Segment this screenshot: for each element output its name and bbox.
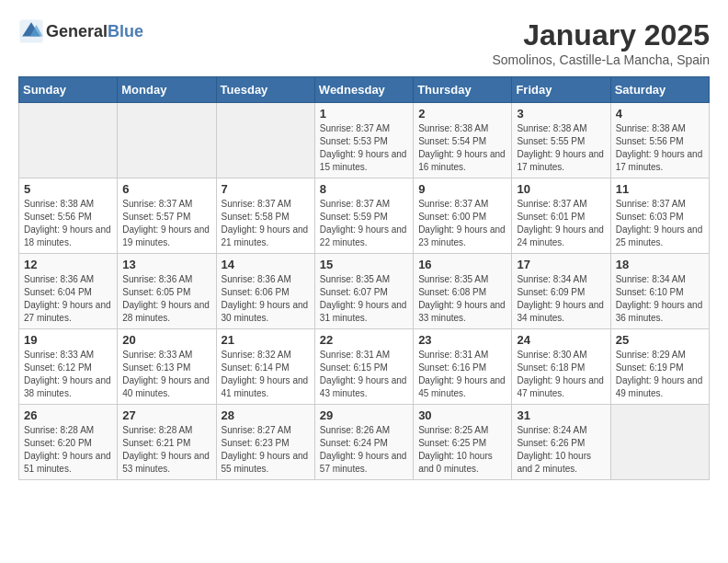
- day-info: Sunrise: 8:26 AM Sunset: 6:24 PM Dayligh…: [320, 424, 408, 476]
- day-number: 16: [418, 258, 506, 271]
- day-number: 9: [418, 182, 506, 196]
- day-info: Sunrise: 8:37 AM Sunset: 5:57 PM Dayligh…: [122, 198, 210, 249]
- logo: GeneralBlue: [18, 18, 143, 44]
- day-info: Sunrise: 8:31 AM Sunset: 6:15 PM Dayligh…: [320, 349, 408, 400]
- day-number: 5: [24, 182, 112, 196]
- day-info: Sunrise: 8:29 AM Sunset: 6:19 PM Dayligh…: [616, 349, 704, 400]
- calendar-title: January 2025: [492, 18, 710, 52]
- calendar-cell: 8Sunrise: 8:37 AM Sunset: 5:59 PM Daylig…: [314, 178, 413, 254]
- calendar-cell: 30Sunrise: 8:25 AM Sunset: 6:25 PM Dayli…: [414, 405, 512, 480]
- calendar-cell: 2Sunrise: 8:38 AM Sunset: 5:54 PM Daylig…: [414, 103, 512, 178]
- day-number: 11: [616, 182, 704, 196]
- day-info: Sunrise: 8:32 AM Sunset: 6:14 PM Dayligh…: [222, 349, 310, 400]
- day-info: Sunrise: 8:37 AM Sunset: 6:00 PM Dayligh…: [418, 198, 506, 249]
- day-info: Sunrise: 8:38 AM Sunset: 5:56 PM Dayligh…: [616, 122, 704, 174]
- logo-blue: Blue: [108, 22, 143, 40]
- day-number: 12: [24, 258, 112, 271]
- calendar-cell: 6Sunrise: 8:37 AM Sunset: 5:57 PM Daylig…: [118, 178, 216, 254]
- calendar-cell: [19, 103, 118, 178]
- day-number: 28: [222, 408, 310, 422]
- calendar-cell: 11Sunrise: 8:37 AM Sunset: 6:03 PM Dayli…: [610, 178, 709, 254]
- weekday-header-saturday: Saturday: [610, 77, 709, 103]
- day-number: 20: [122, 333, 210, 347]
- logo-text: GeneralBlue: [46, 22, 143, 41]
- calendar-cell: 21Sunrise: 8:32 AM Sunset: 6:14 PM Dayli…: [216, 329, 314, 405]
- day-info: Sunrise: 8:34 AM Sunset: 6:10 PM Dayligh…: [616, 273, 704, 325]
- weekday-header-monday: Monday: [118, 77, 216, 103]
- day-number: 25: [616, 333, 704, 347]
- day-info: Sunrise: 8:25 AM Sunset: 6:25 PM Dayligh…: [418, 424, 506, 476]
- day-number: 17: [517, 258, 605, 271]
- day-info: Sunrise: 8:31 AM Sunset: 6:16 PM Dayligh…: [418, 349, 506, 400]
- day-info: Sunrise: 8:37 AM Sunset: 6:01 PM Dayligh…: [517, 198, 605, 249]
- day-info: Sunrise: 8:38 AM Sunset: 5:55 PM Dayligh…: [517, 122, 605, 174]
- day-number: 30: [418, 408, 506, 422]
- calendar-cell: 14Sunrise: 8:36 AM Sunset: 6:06 PM Dayli…: [216, 254, 314, 329]
- day-info: Sunrise: 8:38 AM Sunset: 5:54 PM Dayligh…: [418, 122, 506, 174]
- calendar-cell: 25Sunrise: 8:29 AM Sunset: 6:19 PM Dayli…: [610, 329, 709, 405]
- calendar-cell: [118, 103, 216, 178]
- calendar-cell: 10Sunrise: 8:37 AM Sunset: 6:01 PM Dayli…: [512, 178, 610, 254]
- calendar-cell: 16Sunrise: 8:35 AM Sunset: 6:08 PM Dayli…: [414, 254, 512, 329]
- calendar-cell: 27Sunrise: 8:28 AM Sunset: 6:21 PM Dayli…: [118, 405, 216, 480]
- calendar-cell: 17Sunrise: 8:34 AM Sunset: 6:09 PM Dayli…: [512, 254, 610, 329]
- calendar-table: SundayMondayTuesdayWednesdayThursdayFrid…: [18, 76, 710, 480]
- day-number: 8: [320, 182, 408, 196]
- calendar-cell: 18Sunrise: 8:34 AM Sunset: 6:10 PM Dayli…: [610, 254, 709, 329]
- day-info: Sunrise: 8:37 AM Sunset: 6:03 PM Dayligh…: [616, 198, 704, 249]
- calendar-cell: [610, 405, 709, 480]
- calendar-cell: 23Sunrise: 8:31 AM Sunset: 6:16 PM Dayli…: [414, 329, 512, 405]
- calendar-cell: 20Sunrise: 8:33 AM Sunset: 6:13 PM Dayli…: [118, 329, 216, 405]
- day-number: 29: [320, 408, 408, 422]
- calendar-cell: 3Sunrise: 8:38 AM Sunset: 5:55 PM Daylig…: [512, 103, 610, 178]
- day-info: Sunrise: 8:24 AM Sunset: 6:26 PM Dayligh…: [517, 424, 605, 476]
- day-number: 15: [320, 258, 408, 271]
- day-number: 22: [320, 333, 408, 347]
- calendar-cell: 31Sunrise: 8:24 AM Sunset: 6:26 PM Dayli…: [512, 405, 610, 480]
- day-number: 18: [616, 258, 704, 271]
- logo-icon: [18, 18, 44, 44]
- day-number: 14: [222, 258, 310, 271]
- calendar-week-1: 1Sunrise: 8:37 AM Sunset: 5:53 PM Daylig…: [19, 103, 710, 178]
- weekday-header-thursday: Thursday: [414, 77, 512, 103]
- day-number: 13: [122, 258, 210, 271]
- day-number: 23: [418, 333, 506, 347]
- day-number: 19: [24, 333, 112, 347]
- weekday-header-friday: Friday: [512, 77, 610, 103]
- day-info: Sunrise: 8:34 AM Sunset: 6:09 PM Dayligh…: [517, 273, 605, 325]
- calendar-cell: 9Sunrise: 8:37 AM Sunset: 6:00 PM Daylig…: [414, 178, 512, 254]
- calendar-cell: 15Sunrise: 8:35 AM Sunset: 6:07 PM Dayli…: [314, 254, 413, 329]
- day-number: 31: [517, 408, 605, 422]
- day-number: 6: [122, 182, 210, 196]
- day-number: 21: [222, 333, 310, 347]
- calendar-cell: 13Sunrise: 8:36 AM Sunset: 6:05 PM Dayli…: [118, 254, 216, 329]
- calendar-week-5: 26Sunrise: 8:28 AM Sunset: 6:20 PM Dayli…: [19, 405, 710, 480]
- day-number: 10: [517, 182, 605, 196]
- calendar-cell: 28Sunrise: 8:27 AM Sunset: 6:23 PM Dayli…: [216, 405, 314, 480]
- weekday-header-wednesday: Wednesday: [314, 77, 413, 103]
- day-info: Sunrise: 8:35 AM Sunset: 6:07 PM Dayligh…: [320, 273, 408, 325]
- calendar-cell: 4Sunrise: 8:38 AM Sunset: 5:56 PM Daylig…: [610, 103, 709, 178]
- calendar-cell: 24Sunrise: 8:30 AM Sunset: 6:18 PM Dayli…: [512, 329, 610, 405]
- weekday-header-sunday: Sunday: [19, 77, 118, 103]
- day-info: Sunrise: 8:37 AM Sunset: 5:53 PM Dayligh…: [320, 122, 408, 174]
- calendar-week-3: 12Sunrise: 8:36 AM Sunset: 6:04 PM Dayli…: [19, 254, 710, 329]
- day-info: Sunrise: 8:27 AM Sunset: 6:23 PM Dayligh…: [222, 424, 310, 476]
- calendar-cell: 19Sunrise: 8:33 AM Sunset: 6:12 PM Dayli…: [19, 329, 118, 405]
- day-info: Sunrise: 8:30 AM Sunset: 6:18 PM Dayligh…: [517, 349, 605, 400]
- calendar-week-4: 19Sunrise: 8:33 AM Sunset: 6:12 PM Dayli…: [19, 329, 710, 405]
- day-info: Sunrise: 8:33 AM Sunset: 6:12 PM Dayligh…: [24, 349, 112, 400]
- weekday-header-tuesday: Tuesday: [216, 77, 314, 103]
- day-info: Sunrise: 8:36 AM Sunset: 6:04 PM Dayligh…: [24, 273, 112, 325]
- day-number: 2: [418, 107, 506, 121]
- calendar-cell: 1Sunrise: 8:37 AM Sunset: 5:53 PM Daylig…: [314, 103, 413, 178]
- title-block: January 2025 Somolinos, Castille-La Manc…: [492, 18, 710, 67]
- day-info: Sunrise: 8:28 AM Sunset: 6:21 PM Dayligh…: [122, 424, 210, 476]
- day-info: Sunrise: 8:33 AM Sunset: 6:13 PM Dayligh…: [122, 349, 210, 400]
- calendar-subtitle: Somolinos, Castille-La Mancha, Spain: [492, 52, 710, 67]
- calendar-cell: 12Sunrise: 8:36 AM Sunset: 6:04 PM Dayli…: [19, 254, 118, 329]
- day-info: Sunrise: 8:37 AM Sunset: 5:59 PM Dayligh…: [320, 198, 408, 249]
- calendar-cell: 29Sunrise: 8:26 AM Sunset: 6:24 PM Dayli…: [314, 405, 413, 480]
- day-number: 27: [122, 408, 210, 422]
- day-number: 24: [517, 333, 605, 347]
